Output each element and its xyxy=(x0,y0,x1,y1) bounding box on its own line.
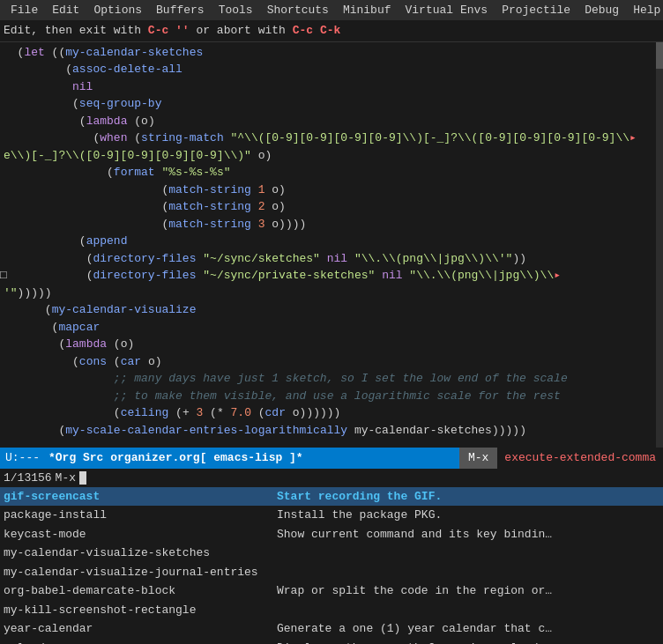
menu-projectile[interactable]: Projectile xyxy=(495,2,577,19)
key-combo-2: C-c C-k xyxy=(293,24,341,37)
minibuf-prompt-label: M-x xyxy=(56,471,76,485)
completion-desc-2: Show current command and its key bindin… xyxy=(277,526,552,544)
minibuf-line-number: 1/13156 xyxy=(4,471,52,485)
menu-debug[interactable]: Debug xyxy=(577,2,626,19)
completion-row-4[interactable]: my-calendar-visualize-journal-entries xyxy=(0,563,663,582)
completion-name-3: my-calendar-visualize-sketches xyxy=(4,544,277,562)
completion-desc-1: Install the package PKG. xyxy=(277,507,442,524)
minibuf-cursor[interactable] xyxy=(79,471,86,485)
menu-buffers[interactable]: Buffers xyxy=(149,2,212,19)
menu-options[interactable]: Options xyxy=(86,2,149,19)
menu-tools[interactable]: Tools xyxy=(212,2,260,19)
completion-desc-5: Wrap or split the code in the region or… xyxy=(277,582,552,600)
status-filename: *Org Src organizer.org[ emacs-lisp ]* xyxy=(45,451,307,464)
menu-edit[interactable]: Edit xyxy=(45,2,86,19)
completion-row-6[interactable]: my-kill-screenshot-rectangle xyxy=(0,601,663,620)
menu-virtualenvs[interactable]: Virtual Envs xyxy=(399,2,495,19)
status-encoding: U:--- xyxy=(0,451,45,464)
menu-minibuf[interactable]: Minibuf xyxy=(336,2,399,19)
completion-row-2[interactable]: keycast-mode Show current command and it… xyxy=(0,525,663,544)
completion-row-0[interactable]: gif-screencast Start recording the GIF. xyxy=(0,487,663,507)
status-bar: U:--- *Org Src organizer.org[ emacs-lisp… xyxy=(0,448,663,469)
completion-row-1[interactable]: package-install Install the package PKG. xyxy=(0,506,663,525)
minibuf-area: 1/13156 M-x xyxy=(0,469,663,487)
completion-name-4: my-calendar-visualize-journal-entries xyxy=(4,564,277,581)
completion-row-5[interactable]: org-babel-demarcate-block Wrap or split … xyxy=(0,581,663,601)
status-command: execute-extended-comma xyxy=(497,448,663,469)
notification-bar: Edit, then exit with C-c '' or abort wit… xyxy=(0,20,663,42)
key-combo-1: C-c '' xyxy=(148,24,190,37)
menu-shortcuts[interactable]: Shortcuts xyxy=(260,2,336,19)
completion-row-8[interactable]: calendar Display a three-month Gregorian… xyxy=(0,639,663,645)
menu-file[interactable]: File xyxy=(4,2,45,19)
completion-name-6: my-kill-screenshot-rectangle xyxy=(4,602,277,619)
menu-help[interactable]: Help xyxy=(626,2,663,19)
completion-name-7: year-calendar xyxy=(4,620,277,638)
menu-bar: File Edit Options Buffers Tools Shortcut… xyxy=(0,0,663,20)
completion-name-0: gif-screencast xyxy=(4,488,277,506)
code-area: (let ((my-calendar-sketches (assoc-delet… xyxy=(0,42,663,448)
completion-list: gif-screencast Start recording the GIF. … xyxy=(0,487,663,645)
completion-name-1: package-install xyxy=(4,507,277,524)
completion-desc-7: Generate a one (1) year calendar that c… xyxy=(277,620,552,638)
completion-name-8: calendar xyxy=(4,640,277,645)
completion-name-2: keycast-mode xyxy=(4,526,277,544)
completion-desc-8: Display a three-month Gregorian calenda… xyxy=(277,640,552,645)
completion-name-5: org-babel-demarcate-block xyxy=(4,582,277,600)
completion-row-3[interactable]: my-calendar-visualize-sketches xyxy=(0,544,663,563)
completion-desc-0: Start recording the GIF. xyxy=(277,488,442,506)
notification-middle: or abort with xyxy=(190,24,293,37)
completion-row-7[interactable]: year-calendar Generate a one (1) year ca… xyxy=(0,619,663,639)
notification-prefix: Edit, then exit with xyxy=(4,24,148,37)
status-mx-indicator: M-x xyxy=(459,448,497,469)
